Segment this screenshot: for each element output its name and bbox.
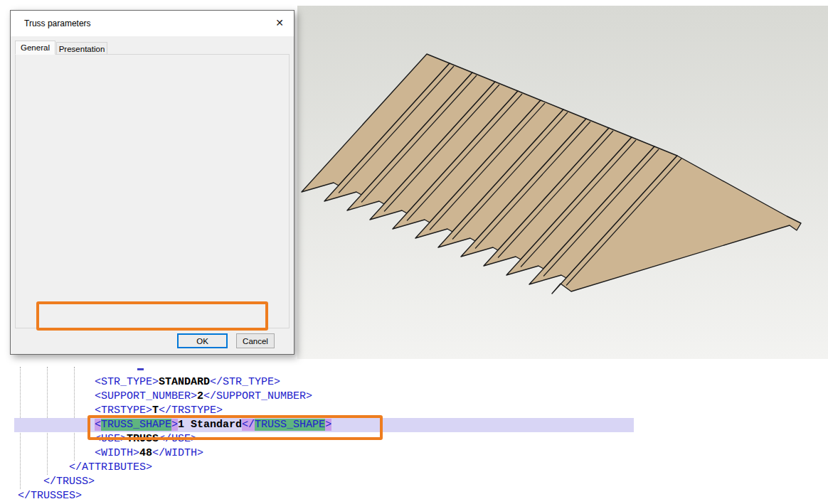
dialog-titlebar: Truss parameters bbox=[11, 11, 294, 36]
xml-line-truss-close: </TRUSS> bbox=[14, 475, 583, 489]
truss-parameters-dialog: Truss parameters ✕ General Presentation … bbox=[10, 10, 294, 355]
tab-page-general bbox=[15, 54, 290, 328]
xml-line-str-type: <STR_TYPE>STANDARD</STR_TYPE> bbox=[14, 375, 634, 390]
dialog-title: Truss parameters bbox=[24, 18, 91, 28]
close-icon[interactable]: ✕ bbox=[268, 13, 291, 33]
cancel-button[interactable]: Cancel bbox=[236, 333, 275, 348]
xml-line-use: <USE>TRUSS</USE> bbox=[14, 432, 634, 446]
xml-code-view[interactable]: <STR_TYPE>STANDARD</STR_TYPE> <SUPPORT_N… bbox=[0, 364, 828, 504]
tab-general[interactable]: General bbox=[15, 41, 55, 55]
xml-line-support-number: <SUPPORT_NUMBER>2</SUPPORT_NUMBER> bbox=[14, 390, 634, 404]
xml-line-trstype: <TRSTYPE>T</TRSTYPE> bbox=[14, 404, 634, 418]
model-viewport[interactable] bbox=[297, 6, 828, 359]
xml-line-attributes-close: </ATTRIBUTES> bbox=[14, 461, 608, 475]
truss-3d-model bbox=[297, 6, 828, 359]
tab-presentation[interactable]: Presentation bbox=[56, 42, 107, 55]
xml-line-trusses-close: </TRUSSES> bbox=[14, 489, 557, 503]
clipped-text-fragment bbox=[137, 368, 144, 370]
xml-line-width: <WIDTH>48</WIDTH> bbox=[14, 446, 634, 461]
xml-line-truss-shape-highlighted: <TRUSS_SHAPE>1 Standard</TRUSS_SHAPE> bbox=[14, 418, 634, 432]
ok-button[interactable]: OK bbox=[177, 333, 228, 348]
